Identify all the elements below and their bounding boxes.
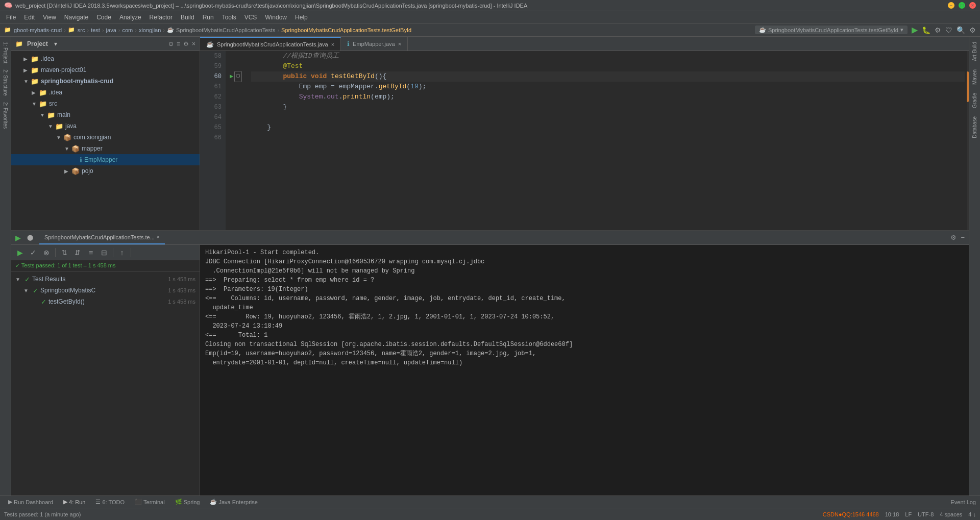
rerun-btn[interactable]: ✓ <box>28 247 39 258</box>
filter-btn[interactable]: ≡ <box>85 247 96 258</box>
menu-edit[interactable]: Edit <box>20 13 39 22</box>
test-class-item[interactable]: ▼ ✓ SpringbootMybatisC 1 s 458 ms <box>11 285 200 296</box>
sort-btn1[interactable]: ⇅ <box>59 247 70 258</box>
tree-item-pojo[interactable]: ▶ 📦 pojo <box>11 165 200 177</box>
status-lf[interactable]: LF <box>905 511 912 517</box>
tab-empmapper[interactable]: ℹ EmpMapper.java × <box>341 37 408 51</box>
menu-help[interactable]: Help <box>291 13 312 22</box>
footer-tab-spring[interactable]: 🌿 Spring <box>171 498 204 506</box>
breadcrumb-java[interactable]: java <box>106 27 116 33</box>
console-line-11: Closing non transactional SqlSession [or… <box>205 340 964 349</box>
panel-close-btn[interactable]: × <box>192 40 195 47</box>
tree-item-springboot[interactable]: ▼ 📁 springboot-mybatis-crud <box>11 76 200 87</box>
settings-icon[interactable]: ⚙ <box>950 234 957 241</box>
test-method-label: testGetById() <box>48 298 85 305</box>
menu-code[interactable]: Code <box>92 13 115 22</box>
minimize-button[interactable]: − <box>948 2 954 9</box>
tree-item-src[interactable]: ▼ 📁 src <box>11 98 200 109</box>
run-all-btn[interactable]: ▶ <box>14 247 26 258</box>
run-icon: ▶ <box>63 499 67 505</box>
sidebar-maven[interactable]: Maven <box>970 66 979 88</box>
menu-vcs[interactable]: VCS <box>240 13 261 22</box>
tree-item-main[interactable]: ▼ 📁 main <box>11 109 200 120</box>
code-content[interactable]: //根据ID查询员工 @Test public void <box>246 51 965 230</box>
test-results-root[interactable]: ▼ ✓ Test Results 1 s 458 ms <box>11 274 200 285</box>
tree-item-com[interactable]: ▼ 📦 com.xiongjian <box>11 132 200 143</box>
profile-button[interactable]: ⚙ <box>935 26 941 34</box>
breadcrumb-method[interactable]: SpringbootMybatisCrudApplicationTests.te… <box>281 27 411 33</box>
footer-tab-javaenterprise[interactable]: ☕ Java Enterprise <box>206 498 261 506</box>
breakpoint-gutter[interactable]: ⬡ <box>234 71 242 82</box>
breadcrumb-project[interactable]: gboot-mybatis-crud <box>14 27 62 33</box>
footer-tab-rundashboard[interactable]: ▶ Run Dashboard <box>4 498 57 506</box>
run-tab-close[interactable]: × <box>157 234 160 240</box>
run-tab[interactable]: SpringbootMybatisCrudApplicationTests.te… <box>39 231 165 244</box>
sort-btn2[interactable]: ⇵ <box>72 247 83 258</box>
footer-tab-terminal[interactable]: ⬛ Terminal <box>131 498 169 506</box>
tree-item-maven[interactable]: ▶ 📁 maven-project01 <box>11 64 200 76</box>
menu-window[interactable]: Window <box>261 13 291 22</box>
breadcrumb-src[interactable]: src <box>78 27 85 33</box>
footer-tab-todo[interactable]: ☰ 6: TODO <box>91 498 129 506</box>
menu-navigate[interactable]: Navigate <box>60 13 92 22</box>
code-line-61: Emp emp = empMapper . getById ( 19 ); <box>251 82 965 92</box>
editor-scrollbar[interactable] <box>965 51 969 230</box>
filter-btn2[interactable]: ⊟ <box>99 247 110 258</box>
settings-button[interactable]: ⚙ <box>969 26 976 34</box>
breadcrumb-com[interactable]: com <box>122 27 133 33</box>
run-gutter-icon[interactable]: ▶ <box>230 71 233 82</box>
number-19: 19 <box>410 82 419 92</box>
args: ( <box>406 82 410 92</box>
panel-settings-btn[interactable]: ⚙ <box>183 40 189 47</box>
menu-view[interactable]: View <box>39 13 60 22</box>
tab-close-btn[interactable]: × <box>398 41 401 47</box>
status-encoding[interactable]: UTF-8 <box>918 511 934 517</box>
code-line-64 <box>251 112 965 122</box>
tree-item-idea2[interactable]: ▶ 📁 .idea <box>11 87 200 98</box>
status-indent[interactable]: 4 spaces <box>940 511 962 517</box>
panel-collapse-btn[interactable]: ≡ <box>177 40 180 47</box>
tab-close-btn[interactable]: × <box>331 41 334 47</box>
prev-fail-btn[interactable]: ↑ <box>116 247 128 258</box>
search-button[interactable]: 🔍 <box>957 26 965 34</box>
maximize-button[interactable]: □ <box>959 2 965 9</box>
run-button[interactable]: ▶ <box>912 25 918 35</box>
breadcrumb-xiongjian[interactable]: xiongjian <box>139 27 161 33</box>
debug-button[interactable]: 🐛 <box>922 26 930 34</box>
tree-item-java[interactable]: ▼ 📁 java <box>11 120 200 132</box>
status-git[interactable]: 4 ↓ <box>968 511 976 517</box>
breadcrumb-test[interactable]: test <box>91 27 100 33</box>
panel-locate-btn[interactable]: ⊙ <box>168 40 174 47</box>
panel-actions: ⊙ ≡ ⚙ × <box>168 40 195 47</box>
test-toolbar: ▶ ✓ ⊗ ⇅ ⇵ ≡ ⊟ ↑ <box>11 245 200 260</box>
sidebar-favorites[interactable]: 2: Favorites <box>1 99 10 132</box>
test-class-label: SpringbootMybatisC <box>40 287 95 294</box>
sidebar-database[interactable]: Database <box>970 113 979 141</box>
breadcrumb-class[interactable]: SpringbootMybatisCrudApplicationTests <box>176 27 275 33</box>
tree-item-idea1[interactable]: ▶ 📁 .idea <box>11 53 200 64</box>
panel-dropdown[interactable]: ▾ <box>54 40 57 47</box>
tree-item-mapper[interactable]: ▼ 📦 mapper <box>11 143 200 154</box>
stop-btn[interactable]: ⊗ <box>41 247 52 258</box>
event-log[interactable]: Event Log <box>950 499 976 505</box>
menu-build[interactable]: Build <box>177 13 199 22</box>
status-position[interactable]: 10:18 <box>885 511 899 517</box>
console-output[interactable]: HikariPool-1 - Start completed. JDBC Con… <box>200 245 969 496</box>
sidebar-project[interactable]: 1: Project <box>1 39 10 66</box>
menu-analyze[interactable]: Analyze <box>115 13 145 22</box>
sidebar-structure[interactable]: 2: Structure <box>1 66 10 99</box>
sidebar-gradle[interactable]: Gradle <box>970 90 979 111</box>
sidebar-artbuild[interactable]: Art Build <box>970 39 979 64</box>
menu-refactor[interactable]: Refactor <box>145 13 177 22</box>
minimize-icon[interactable]: − <box>961 234 965 241</box>
menu-run[interactable]: Run <box>199 13 218 22</box>
close-button[interactable]: × <box>969 2 976 9</box>
run-config-selector[interactable]: ☕ SpringbootMybatisCrudApplicationTests.… <box>755 26 908 34</box>
tab-springboot-tests[interactable]: ☕ SpringbootMybatisCrudApplicationTests.… <box>200 37 341 51</box>
footer-tab-run[interactable]: ▶ 4: Run <box>59 498 89 506</box>
tree-item-empmapper[interactable]: ℹ EmpMapper <box>11 154 200 165</box>
menu-file[interactable]: File <box>2 13 20 22</box>
menu-tools[interactable]: Tools <box>218 13 240 22</box>
test-method-item[interactable]: ✓ testGetById() 1 s 458 ms <box>11 296 200 307</box>
coverage-button[interactable]: 🛡 <box>945 26 952 34</box>
